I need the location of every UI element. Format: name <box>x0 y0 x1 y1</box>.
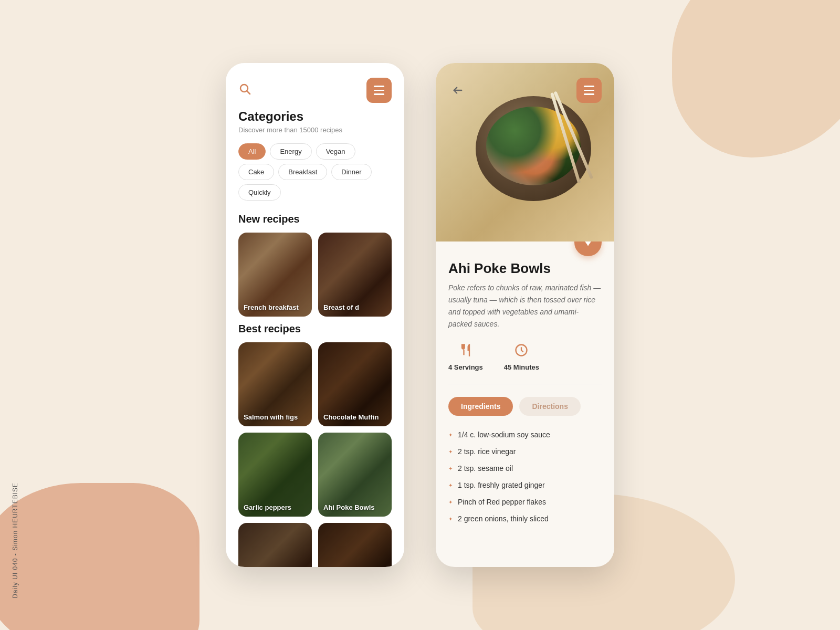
recipe-bottom2[interactable] <box>318 523 392 567</box>
right-menu-button[interactable] <box>576 78 602 103</box>
left-phone-header <box>226 63 404 109</box>
phones-container: Categories Discover more than 15000 reci… <box>226 63 614 567</box>
left-phone-content: Categories Discover more than 15000 reci… <box>226 109 404 567</box>
svg-line-1 <box>247 91 250 94</box>
left-phone: Categories Discover more than 15000 reci… <box>226 63 404 567</box>
recipe-label-breast: Breast of d <box>323 303 359 311</box>
tag-dinner[interactable]: Dinner <box>331 164 371 180</box>
recipe-description: Poke refers to chunks of raw, marinated … <box>448 282 602 330</box>
best-recipes-row1: Salmon with figs Chocolate Muffin <box>238 342 392 426</box>
best-recipes-row3 <box>238 523 392 567</box>
menu-button[interactable] <box>366 78 392 103</box>
recipe-label-garlic: Garlic peppers <box>244 503 291 511</box>
blob-top-right <box>672 0 840 158</box>
recipe-breast[interactable]: Breast of d <box>318 233 392 317</box>
clock-icon <box>514 343 529 361</box>
tag-all[interactable]: All <box>238 143 266 160</box>
tag-energy[interactable]: Energy <box>270 143 311 160</box>
recipe-salmon[interactable]: Salmon with figs <box>238 342 312 426</box>
recipe-chocolate-muffin[interactable]: Chocolate Muffin <box>318 342 392 426</box>
tab-directions[interactable]: Directions <box>519 397 580 416</box>
best-recipes-title: Best recipes <box>238 323 392 335</box>
recipe-bottom1[interactable] <box>238 523 312 567</box>
new-recipes-title: New recipes <box>238 213 392 225</box>
ingredient-6: 2 green onions, thinly sliced <box>448 510 602 527</box>
ingredient-5: Pinch of Red pepper flakes <box>448 494 602 510</box>
tab-ingredients[interactable]: Ingredients <box>448 397 513 416</box>
best-recipes-row2: Garlic peppers Ahi Poke Bowls <box>238 433 392 517</box>
time-label: 45 Minutes <box>504 363 539 371</box>
recipe-detail-title: Ahi Poke Bowls <box>448 260 602 277</box>
servings-stat: 4 Servings <box>448 343 483 371</box>
time-stat: 45 Minutes <box>504 343 539 371</box>
ingredients-list: 1/4 c. low-sodium soy sauce 2 tsp. rice … <box>448 426 602 527</box>
favorite-button[interactable]: ♥ <box>574 242 602 256</box>
recipe-stats: 4 Servings 45 Minutes <box>448 343 602 384</box>
tag-vegan[interactable]: Vegan <box>316 143 355 160</box>
servings-label: 4 Servings <box>448 363 483 371</box>
recipe-garlic[interactable]: Garlic peppers <box>238 433 312 517</box>
filter-tags: All Energy Vegan Cake Breakfast Dinner Q… <box>238 143 392 201</box>
right-phone-content: ♥ Ahi Poke Bowls Poke refers to chunks o… <box>436 242 614 567</box>
search-icon[interactable] <box>238 82 251 98</box>
blob-bottom-left <box>0 483 200 630</box>
recipe-card-bg <box>238 523 312 567</box>
new-recipes-row: French breakfast Breast of d <box>238 233 392 317</box>
tag-quickly[interactable]: Quickly <box>238 184 281 201</box>
right-phone-header <box>436 63 614 109</box>
tag-cake[interactable]: Cake <box>238 164 274 180</box>
recipe-label-french: French breakfast <box>244 303 299 311</box>
poke-bowl-illustration <box>470 91 607 227</box>
ingredient-1: 1/4 c. low-sodium soy sauce <box>448 426 602 443</box>
detail-tabs: Ingredients Directions <box>448 397 602 416</box>
heart-icon: ♥ <box>584 242 591 249</box>
fork-knife-icon <box>458 343 473 361</box>
recipe-label-salmon: Salmon with figs <box>244 413 298 421</box>
watermark: Daily UI 040 - Simon HEURTEBISE <box>12 482 19 598</box>
recipe-label-chocolate: Chocolate Muffin <box>323 413 379 421</box>
categories-title: Categories <box>238 109 392 124</box>
recipe-poke[interactable]: Ahi Poke Bowls <box>318 433 392 517</box>
recipe-card-bg <box>318 523 392 567</box>
recipe-french-breakfast[interactable]: French breakfast <box>238 233 312 317</box>
ingredient-4: 1 tsp. freshly grated ginger <box>448 477 602 494</box>
recipe-label-poke: Ahi Poke Bowls <box>323 503 375 511</box>
categories-subtitle: Discover more than 15000 recipes <box>238 126 392 134</box>
ingredient-2: 2 tsp. rice vinegar <box>448 443 602 460</box>
back-button[interactable] <box>448 81 467 100</box>
ingredient-3: 2 tsp. sesame oil <box>448 460 602 477</box>
right-phone: ♥ Ahi Poke Bowls Poke refers to chunks o… <box>436 63 614 567</box>
tag-breakfast[interactable]: Breakfast <box>278 164 327 180</box>
